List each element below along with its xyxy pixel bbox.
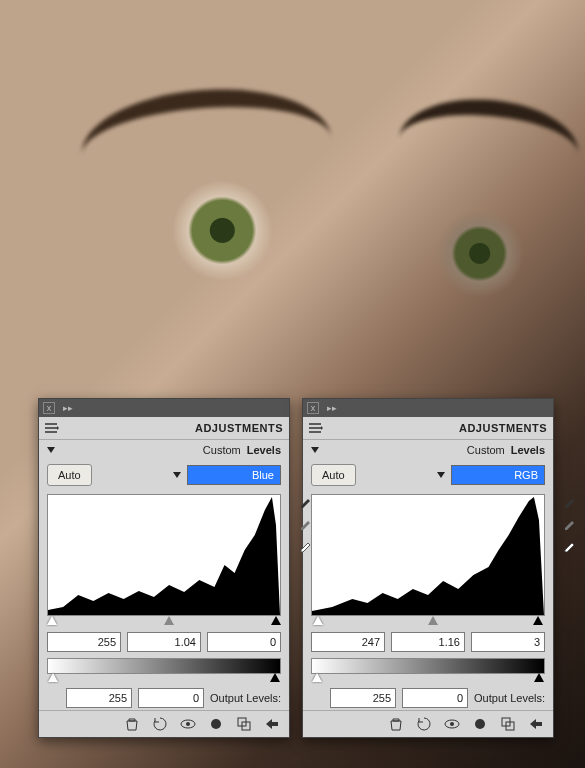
previous-state-icon[interactable]	[471, 715, 489, 733]
output-white-field[interactable]: 255	[66, 688, 132, 708]
histogram-area	[39, 490, 289, 616]
output-label: Output Levels:	[474, 692, 545, 704]
input-gamma-field[interactable]: 1.04	[127, 632, 201, 652]
output-black-slider[interactable]	[270, 673, 280, 682]
auto-button[interactable]: Auto	[311, 464, 356, 486]
panel-title: ADJUSTMENTS	[195, 422, 283, 434]
gamma-slider[interactable]	[164, 616, 174, 625]
preset-dropdown-caret-icon[interactable]	[311, 447, 319, 453]
input-white-field[interactable]: 247	[311, 632, 385, 652]
channel-value: Blue	[252, 469, 274, 481]
return-arrow-icon[interactable]	[263, 715, 281, 733]
svg-point-7	[475, 719, 485, 729]
close-icon[interactable]: x	[43, 402, 55, 414]
white-point-slider[interactable]	[47, 616, 57, 625]
channel-value: RGB	[514, 469, 538, 481]
preset-dropdown-caret-icon[interactable]	[47, 447, 55, 453]
output-values-row: 255 0 Output Levels:	[39, 686, 289, 710]
histogram-area	[303, 490, 553, 616]
svg-point-1	[186, 722, 190, 726]
preset-row: Custom Levels	[39, 440, 289, 460]
visibility-icon[interactable]	[179, 715, 197, 733]
flyout-menu-icon[interactable]	[309, 423, 323, 433]
panel-title: ADJUSTMENTS	[459, 422, 547, 434]
gray-point-eyedropper-icon[interactable]	[563, 514, 579, 530]
panel-footer	[303, 710, 553, 737]
return-arrow-icon[interactable]	[527, 715, 545, 733]
trash-icon[interactable]	[387, 715, 405, 733]
panel-titlebar[interactable]: x ▸▸	[303, 399, 553, 417]
close-icon[interactable]: x	[307, 402, 319, 414]
preset-row: Custom Levels	[303, 440, 553, 460]
output-label: Output Levels:	[210, 692, 281, 704]
preset-name[interactable]: Custom	[203, 444, 241, 456]
output-white-field[interactable]: 255	[330, 688, 396, 708]
channel-select[interactable]: RGB	[451, 465, 545, 485]
white-point-slider[interactable]	[313, 616, 323, 625]
output-black-field[interactable]: 0	[138, 688, 204, 708]
panel-titlebar[interactable]: x ▸▸	[39, 399, 289, 417]
svg-point-6	[450, 722, 454, 726]
input-black-field[interactable]: 3	[471, 632, 545, 652]
input-values-row: 247 1.16 3	[303, 630, 553, 654]
svg-point-2	[211, 719, 221, 729]
input-values-row: 255 1.04 0	[39, 630, 289, 654]
input-black-field[interactable]: 0	[207, 632, 281, 652]
adjustments-panel: x ▸▸ ADJUSTMENTS Custom Levels Auto Blue	[38, 398, 290, 738]
auto-button-label: Auto	[58, 469, 81, 481]
output-white-slider[interactable]	[312, 673, 322, 682]
input-slider-track[interactable]	[47, 616, 281, 630]
collapse-icon[interactable]: ▸▸	[63, 403, 73, 413]
output-gradient[interactable]	[47, 658, 281, 674]
black-point-slider[interactable]	[271, 616, 281, 625]
clip-to-layer-icon[interactable]	[235, 715, 253, 733]
panel-tab-row: ADJUSTMENTS	[39, 417, 289, 440]
output-values-row: 255 0 Output Levels:	[303, 686, 553, 710]
eyedropper-group	[563, 492, 579, 552]
reset-icon[interactable]	[151, 715, 169, 733]
adjustments-panel: x ▸▸ ADJUSTMENTS Custom Levels Auto RGB	[302, 398, 554, 738]
input-slider-track[interactable]	[311, 616, 545, 630]
channel-dropdown-caret-icon[interactable]	[173, 472, 181, 478]
preset-name[interactable]: Custom	[467, 444, 505, 456]
collapse-icon[interactable]: ▸▸	[327, 403, 337, 413]
black-point-slider[interactable]	[533, 616, 543, 625]
adjustment-label: Levels	[511, 444, 545, 456]
input-white-field[interactable]: 255	[47, 632, 121, 652]
adjustment-label: Levels	[247, 444, 281, 456]
panel-tab-row: ADJUSTMENTS	[303, 417, 553, 440]
histogram[interactable]	[47, 494, 281, 616]
reset-icon[interactable]	[415, 715, 433, 733]
gamma-slider[interactable]	[428, 616, 438, 625]
trash-icon[interactable]	[123, 715, 141, 733]
previous-state-icon[interactable]	[207, 715, 225, 733]
channel-row: Auto RGB	[303, 460, 553, 490]
channel-select[interactable]: Blue	[187, 465, 281, 485]
black-point-eyedropper-icon[interactable]	[563, 492, 579, 508]
visibility-icon[interactable]	[443, 715, 461, 733]
output-black-slider[interactable]	[534, 673, 544, 682]
output-black-field[interactable]: 0	[402, 688, 468, 708]
flyout-menu-icon[interactable]	[45, 423, 59, 433]
output-gradient[interactable]	[311, 658, 545, 674]
channel-row: Auto Blue	[39, 460, 289, 490]
output-white-slider[interactable]	[48, 673, 58, 682]
white-point-eyedropper-icon[interactable]	[563, 536, 579, 552]
panel-footer	[39, 710, 289, 737]
histogram[interactable]	[311, 494, 545, 616]
channel-dropdown-caret-icon[interactable]	[437, 472, 445, 478]
clip-to-layer-icon[interactable]	[499, 715, 517, 733]
panels-container: x ▸▸ ADJUSTMENTS Custom Levels Auto Blue	[38, 398, 554, 738]
input-gamma-field[interactable]: 1.16	[391, 632, 465, 652]
auto-button-label: Auto	[322, 469, 345, 481]
auto-button[interactable]: Auto	[47, 464, 92, 486]
